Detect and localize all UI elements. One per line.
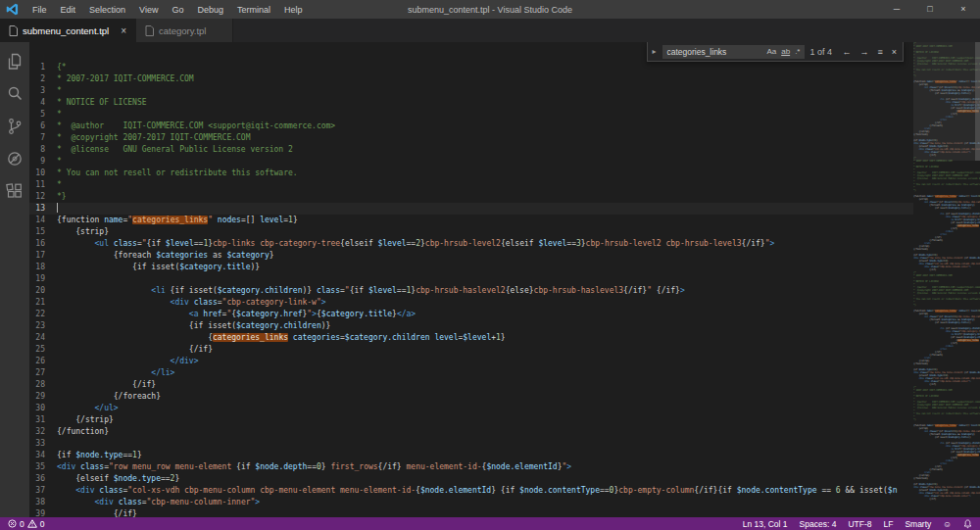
- code-line[interactable]: 20 <li {if isset($category.children)} cl…: [29, 285, 980, 297]
- code-line[interactable]: 7* @copyright 2007-2017 IQIT-COMMERCE.CO…: [29, 132, 980, 144]
- search-icon[interactable]: [5, 84, 24, 104]
- menu-item-file[interactable]: File: [25, 5, 54, 15]
- menu-item-debug[interactable]: Debug: [190, 5, 230, 15]
- code-line[interactable]: 9*: [29, 156, 980, 168]
- vscode-logo-icon: [6, 3, 20, 17]
- status-bar: 0 0 Ln 13, Col 1 Spaces: 4 UTF-8 LF Smar…: [0, 517, 980, 530]
- code-line[interactable]: 31 {/strip}: [29, 414, 980, 426]
- notifications-bell-icon[interactable]: [963, 519, 972, 529]
- code-line[interactable]: 37 <div class="col-xs-vdh cbp-menu-colum…: [29, 485, 980, 497]
- menu-item-go[interactable]: Go: [165, 5, 190, 15]
- toggle-replace-icon[interactable]: ▸: [650, 47, 658, 56]
- tab-submenu-content[interactable]: submenu_content.tpl ×: [0, 19, 136, 42]
- close-tab-icon[interactable]: ×: [121, 25, 126, 36]
- close-find-button[interactable]: ×: [890, 47, 899, 57]
- code-line[interactable]: 11*: [29, 179, 980, 191]
- file-icon: [145, 25, 154, 36]
- code-line[interactable]: 16 <ul class="{if $level==1}cbp-links cb…: [29, 238, 980, 250]
- cursor-position-status[interactable]: Ln 13, Col 1: [743, 519, 788, 529]
- language-mode-status[interactable]: Smarty: [905, 519, 931, 529]
- maximize-button[interactable]: □: [913, 0, 947, 19]
- line-number: 4: [29, 97, 57, 109]
- code-line[interactable]: 19: [29, 273, 980, 285]
- code-line[interactable]: 33: [29, 438, 980, 450]
- main-area: 1{*2* 2007-2017 IQIT-COMMERCE.COM3*4* NO…: [0, 42, 980, 517]
- source-control-icon[interactable]: [5, 117, 24, 136]
- scrollbar-thumb[interactable]: [975, 42, 980, 161]
- menu-item-view[interactable]: View: [132, 5, 165, 15]
- error-warning-status[interactable]: 0 0: [8, 519, 44, 529]
- code-line[interactable]: 22 <a href="{$category.href}">{$category…: [29, 309, 980, 320]
- code-line[interactable]: 23 {if isset($category.children)}: [29, 320, 980, 332]
- code-line[interactable]: 18 {if isset($category.title)}: [29, 262, 980, 273]
- next-match-button[interactable]: →: [858, 47, 870, 57]
- code-line[interactable]: 8* @license GNU General Public License v…: [29, 144, 980, 156]
- whole-word-button[interactable]: ab: [780, 47, 791, 56]
- match-case-button[interactable]: Aa: [765, 47, 777, 56]
- minimap[interactable]: {** 2007-2017 IQIT-COMMERCE.COM** NOTICE…: [913, 42, 980, 517]
- tab-category[interactable]: category.tpl ×: [136, 19, 233, 42]
- line-number: 2: [29, 73, 57, 85]
- debug-icon[interactable]: [5, 149, 24, 169]
- encoding-status[interactable]: UTF-8: [848, 519, 871, 529]
- editor[interactable]: 1{*2* 2007-2017 IQIT-COMMERCE.COM3*4* NO…: [29, 42, 980, 517]
- code-line[interactable]: 32{/function}: [29, 426, 980, 438]
- line-number: 34: [29, 450, 57, 461]
- minimap-slider[interactable]: [913, 42, 980, 161]
- code-line[interactable]: 2* 2007-2017 IQIT-COMMERCE.COM: [29, 73, 980, 85]
- menu-item-help[interactable]: Help: [277, 5, 310, 15]
- code-line[interactable]: 14{function name="categories_links" node…: [29, 215, 980, 226]
- code-line[interactable]: 38 <div class="cbp-menu-column-inner">: [29, 497, 980, 508]
- line-number: 19: [29, 273, 57, 285]
- code-line[interactable]: 35<div class="row menu_row menu-element …: [29, 461, 980, 473]
- minimize-button[interactable]: ─: [880, 0, 913, 19]
- line-number: 38: [29, 497, 57, 508]
- line-number: 36: [29, 473, 57, 485]
- line-number: 22: [29, 309, 57, 320]
- code-line[interactable]: 1{*: [29, 62, 980, 73]
- line-number: 17: [29, 250, 57, 262]
- code-line[interactable]: 36 {elseif $node.type==2}: [29, 473, 980, 485]
- menu-item-terminal[interactable]: Terminal: [230, 5, 277, 15]
- code-line[interactable]: 12*}: [29, 191, 980, 203]
- code-line[interactable]: 4* NOTICE OF LICENSE: [29, 97, 980, 109]
- vertical-scrollbar[interactable]: [975, 42, 980, 517]
- code-line[interactable]: 3*: [29, 85, 980, 97]
- code-line[interactable]: 29 {/foreach}: [29, 391, 980, 403]
- code-line[interactable]: 24 {categories_links categories=$categor…: [29, 332, 980, 344]
- find-input[interactable]: [666, 47, 762, 57]
- regex-button[interactable]: .*: [794, 47, 801, 56]
- line-number: 3: [29, 85, 57, 97]
- line-number: 6: [29, 120, 57, 132]
- line-number: 15: [29, 226, 57, 238]
- code-line[interactable]: 17 {foreach $categories as $category}: [29, 250, 980, 262]
- eol-status[interactable]: LF: [883, 519, 893, 529]
- code-line[interactable]: 5*: [29, 109, 980, 120]
- code-line[interactable]: 39 {/if}: [29, 508, 980, 517]
- code-line[interactable]: 27 </li>: [29, 367, 980, 379]
- line-number: 14: [29, 215, 57, 226]
- find-in-selection-button[interactable]: ≡: [875, 47, 884, 57]
- code-line[interactable]: 30 </ul>: [29, 403, 980, 414]
- line-number: 31: [29, 414, 57, 426]
- code-line[interactable]: 34{if $node.type==1}: [29, 450, 980, 461]
- tab-label: category.tpl: [159, 25, 206, 36]
- menu-item-edit[interactable]: Edit: [54, 5, 83, 15]
- code-line[interactable]: 13: [29, 203, 980, 215]
- menu-item-selection[interactable]: Selection: [82, 5, 132, 15]
- code-line[interactable]: 28 {/if}: [29, 379, 980, 391]
- code-line[interactable]: 6* @author IQIT-COMMERCE.COM <support@iq…: [29, 120, 980, 132]
- code-line[interactable]: 21 <div class="cbp-category-link-w">: [29, 297, 980, 309]
- code-line[interactable]: 10* You can not resell or redistribute t…: [29, 168, 980, 179]
- line-number: 30: [29, 403, 57, 414]
- previous-match-button[interactable]: ←: [840, 47, 853, 57]
- feedback-smiley-icon[interactable]: ☺: [943, 519, 952, 529]
- tab-label: submenu_content.tpl: [23, 25, 109, 36]
- code-line[interactable]: 25 {/if}: [29, 344, 980, 356]
- code-line[interactable]: 26 </div>: [29, 356, 980, 367]
- explorer-icon[interactable]: [5, 52, 24, 72]
- close-window-button[interactable]: ×: [947, 0, 980, 19]
- extensions-icon[interactable]: [5, 181, 24, 201]
- indentation-status[interactable]: Spaces: 4: [800, 519, 837, 529]
- code-line[interactable]: 15 {strip}: [29, 226, 980, 238]
